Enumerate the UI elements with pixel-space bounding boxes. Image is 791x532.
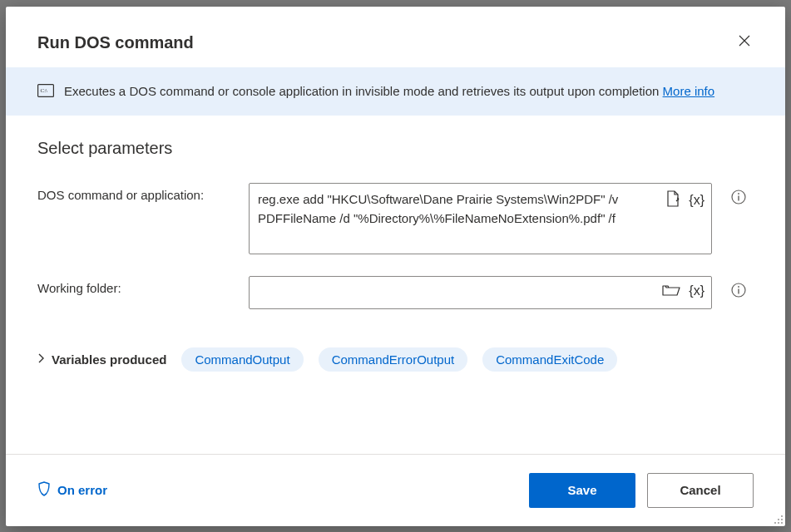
svg-point-6: [738, 286, 739, 288]
more-info-link[interactable]: More info: [663, 84, 715, 98]
command-row: DOS command or application: {x}: [37, 183, 754, 254]
variable-chip[interactable]: CommandOutput: [181, 347, 303, 372]
info-text: Executes a DOS command or console applic…: [64, 82, 714, 101]
command-input[interactable]: [250, 184, 657, 254]
shield-icon: [37, 481, 51, 499]
file-icon: [665, 190, 680, 209]
on-error-button[interactable]: On error: [37, 481, 107, 499]
section-title: Select parameters: [37, 139, 754, 158]
svg-rect-7: [738, 288, 739, 293]
dialog-title: Run DOS command: [37, 33, 194, 52]
info-bar: C:\ Executes a DOS command or console ap…: [6, 67, 785, 116]
working-folder-row: Working folder: {x}: [37, 276, 754, 310]
save-button[interactable]: Save: [529, 473, 635, 508]
command-input-wrapper: {x}: [249, 183, 712, 254]
command-label: DOS command or application:: [37, 183, 237, 202]
folder-picker-button[interactable]: [660, 282, 682, 301]
svg-text:C:\: C:\: [41, 87, 48, 94]
file-picker-button[interactable]: [664, 189, 682, 211]
dialog-body: Select parameters DOS command or applica…: [6, 116, 785, 454]
working-folder-input-actions: {x}: [654, 277, 711, 306]
working-folder-info: [724, 276, 754, 300]
svg-rect-4: [738, 196, 739, 201]
command-info: [724, 183, 754, 207]
run-dos-command-dialog: Run DOS command C:\ Executes a DOS comma…: [6, 7, 785, 526]
dialog-header: Run DOS command: [6, 7, 785, 67]
close-button[interactable]: [735, 32, 754, 50]
variable-chip[interactable]: CommandErrorOutput: [319, 347, 468, 372]
on-error-label: On error: [57, 483, 107, 497]
variables-produced-toggle[interactable]: Variables produced: [37, 352, 166, 367]
info-icon[interactable]: [731, 190, 746, 207]
chevron-right-icon: [37, 353, 45, 366]
variables-produced-label: Variables produced: [52, 352, 166, 367]
insert-variable-button[interactable]: {x}: [689, 283, 704, 298]
info-icon[interactable]: [731, 283, 746, 300]
info-description: Executes a DOS command or console applic…: [64, 84, 659, 98]
working-folder-label: Working folder:: [37, 276, 237, 295]
working-folder-input[interactable]: [250, 277, 654, 309]
dialog-footer: On error Save Cancel: [6, 454, 785, 526]
close-icon: [739, 35, 750, 47]
console-icon: C:\: [37, 84, 54, 100]
working-folder-input-wrapper: {x}: [249, 276, 712, 310]
footer-buttons: Save Cancel: [529, 473, 754, 508]
variables-produced-row: Variables produced CommandOutput Command…: [37, 347, 754, 372]
command-input-actions: {x}: [657, 184, 711, 216]
folder-icon: [662, 283, 680, 299]
variable-chip[interactable]: CommandExitCode: [482, 347, 617, 372]
cancel-button[interactable]: Cancel: [647, 473, 754, 508]
insert-variable-button[interactable]: {x}: [689, 193, 704, 208]
svg-point-3: [738, 193, 739, 195]
